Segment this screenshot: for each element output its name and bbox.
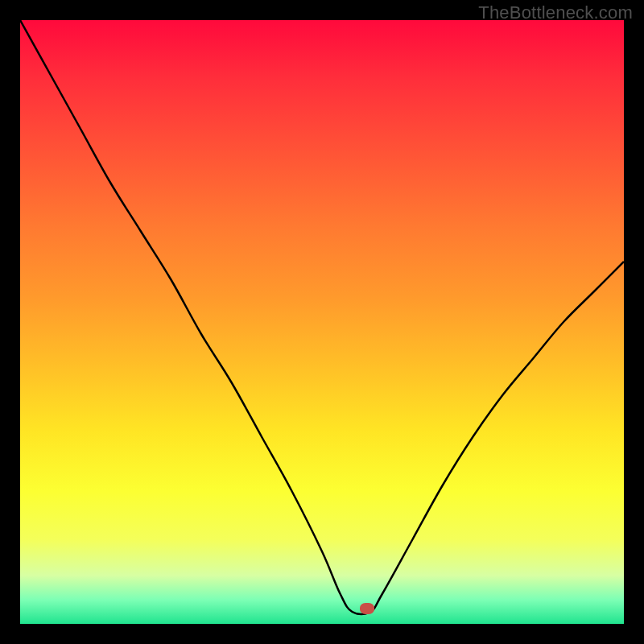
bottleneck-curve bbox=[20, 20, 624, 624]
chart-frame: TheBottleneck.com bbox=[0, 0, 644, 644]
curve-path bbox=[20, 20, 624, 614]
plot-area bbox=[20, 20, 624, 624]
watermark-text: TheBottleneck.com bbox=[478, 2, 633, 23]
minimum-marker bbox=[360, 603, 374, 614]
